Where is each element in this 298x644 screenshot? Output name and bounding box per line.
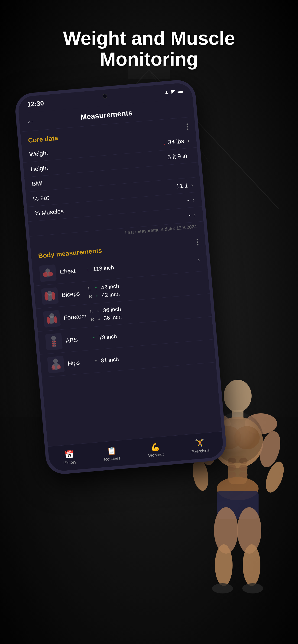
chest-measurement-line: ↑ 113 inch (86, 257, 194, 273)
svg-rect-26 (52, 345, 54, 346)
svg-point-43 (239, 464, 248, 471)
muscles-chevron: › (192, 196, 195, 203)
wifi-icon: ▲ (164, 89, 169, 96)
svg-point-54 (215, 544, 232, 586)
app-content: Core data Weight ↓ 34 lbs › Height 5 ft … (21, 117, 224, 472)
svg-rect-11 (47, 272, 50, 278)
phone-frame: 12:30 ▲ ◤ ▬ ← Measurements Core data (14, 78, 228, 476)
height-value: 5 ft 9 in (167, 152, 187, 161)
chest-measurements: ↑ 113 inch (86, 257, 194, 273)
exercises-label: Exercises (191, 448, 210, 454)
svg-rect-24 (52, 343, 54, 344)
exercises-icon: 🏋 (195, 438, 205, 448)
abs-label: ABS (66, 335, 89, 344)
nav-routines[interactable]: 📋 Routines (103, 446, 121, 462)
hips-measurements: ≡ 81 inch (94, 348, 208, 365)
screen-title: Measurements (80, 108, 133, 122)
nav-workout[interactable]: 💪 Workout (147, 442, 164, 458)
phone-device: 12:30 ▲ ◤ ▬ ← Measurements Core data (14, 78, 228, 476)
forearm-muscle-icon (43, 310, 61, 328)
biceps-label: Biceps (61, 289, 85, 298)
signal-icon: ◤ (171, 89, 175, 95)
biceps-l-value: 42 inch (101, 283, 119, 291)
status-icons: ▲ ◤ ▬ (164, 88, 183, 96)
svg-point-44 (228, 472, 236, 478)
abs-measurements: ↑ 78 inch (92, 325, 206, 342)
svg-point-17 (54, 316, 58, 324)
routines-label: Routines (104, 456, 121, 462)
chest-label: Chest (59, 266, 83, 276)
hips-trend-icon: ≡ (94, 358, 98, 364)
biceps-r-trend: ↑ (95, 292, 98, 299)
chest-muscle-icon (39, 264, 57, 282)
core-data-title: Core data (28, 134, 58, 144)
svg-point-55 (243, 544, 260, 586)
chest-value: 113 inch (93, 264, 114, 272)
abs-trend-icon: ↑ (92, 335, 95, 342)
body-measurements-menu[interactable] (197, 239, 198, 245)
forearm-r-side: R (91, 316, 96, 322)
biceps-r-value: 42 inch (101, 291, 120, 299)
abs-measurement-line: ↑ 78 inch (92, 325, 206, 342)
nav-history[interactable]: 📅 History (62, 450, 76, 466)
workout-icon: 💪 (150, 442, 160, 452)
battery-icon: ▬ (177, 88, 183, 94)
svg-point-20 (51, 336, 56, 340)
svg-point-57 (242, 583, 263, 594)
svg-rect-22 (52, 341, 54, 342)
forearm-r-trend: ≡ (97, 316, 100, 322)
hips-label: Hips (67, 358, 91, 367)
forearm-r-value: 36 inch (104, 314, 122, 322)
weight-trend-icon: ↓ (162, 139, 166, 146)
status-time: 12:30 (27, 100, 44, 108)
svg-point-28 (53, 358, 58, 364)
biceps-l-side: L (88, 286, 93, 292)
biceps-r-side: R (89, 294, 94, 299)
nav-exercises[interactable]: 🏋 Exercises (190, 438, 210, 454)
hips-measurement-line: ≡ 81 inch (94, 348, 208, 365)
hero-title: Weight and Muscle Monitoring (0, 28, 298, 70)
muscles-value: - (187, 196, 189, 204)
hips-muscle-icon (47, 356, 65, 374)
fat-chevron: › (191, 182, 193, 188)
svg-point-42 (228, 464, 236, 471)
history-icon: 📅 (64, 450, 74, 459)
core-data-menu[interactable] (186, 123, 188, 130)
svg-rect-27 (55, 345, 56, 346)
fat-value: 11.1 (176, 182, 188, 190)
chest-trend-icon: ↑ (86, 266, 89, 273)
svg-point-56 (212, 583, 233, 594)
biceps-muscle-icon (41, 287, 59, 305)
weight-value: 34 lbs (168, 138, 184, 146)
forearm-l-side: L (90, 308, 95, 314)
abs-muscle-icon (45, 333, 63, 350)
back-button[interactable]: ← (26, 116, 35, 127)
forearm-l-value: 36 inch (103, 306, 121, 314)
svg-point-16 (47, 317, 51, 324)
forearm-l-trend: ≡ (96, 308, 100, 314)
forearm-label: Forearm (63, 312, 87, 322)
hips-value: 81 inch (101, 356, 119, 364)
svg-rect-23 (54, 340, 56, 342)
workout-label: Workout (148, 452, 164, 458)
biceps-l-trend: ↑ (95, 285, 98, 292)
history-label: History (63, 460, 77, 466)
routines-icon: 📋 (107, 446, 117, 456)
extra-value: - (188, 212, 191, 219)
svg-point-45 (239, 472, 248, 478)
abs-value: 78 inch (99, 333, 117, 341)
svg-rect-25 (55, 343, 56, 344)
svg-point-32 (224, 380, 251, 412)
chest-chevron: › (198, 257, 200, 263)
extra-chevron: › (194, 211, 196, 218)
weight-chevron: › (187, 137, 190, 144)
